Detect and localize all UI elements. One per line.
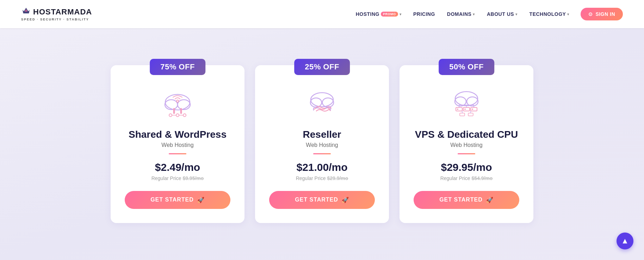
- card-divider-vps: [458, 153, 475, 154]
- discount-badge-vps: 50% OFF: [439, 59, 494, 75]
- site-header: HOSTARMADA SPEED · SECURITY · STABILITY …: [0, 0, 644, 28]
- card-divider-reseller: [313, 153, 331, 154]
- card-title-reseller: Reseller: [303, 129, 341, 141]
- card-price-vps: $29.95/mo: [441, 161, 492, 173]
- sign-in-button[interactable]: ⊙ SIGN IN: [581, 8, 623, 20]
- discount-badge-reseller: 25% OFF: [294, 59, 350, 75]
- nav-domains[interactable]: DOMAINS ▾: [443, 9, 479, 19]
- discount-badge-shared: 75% OFF: [150, 59, 205, 75]
- shared-hosting-icon: [156, 86, 199, 122]
- vps-hosting-icon: [445, 86, 488, 122]
- svg-rect-22: [463, 107, 470, 111]
- card-regular-price-shared: Regular Price $9.95/mo: [151, 175, 204, 181]
- nav-pricing[interactable]: PRICING: [409, 9, 439, 19]
- main-nav: HOSTING PROMO ▾ PRICING DOMAINS ▾ ABOUT …: [352, 8, 623, 20]
- chevron-down-icon: ▾: [567, 12, 569, 16]
- chevron-down-icon: ▾: [400, 12, 402, 16]
- svg-rect-21: [456, 107, 462, 111]
- get-started-button-vps[interactable]: GET STARTED 🚀: [414, 191, 519, 209]
- nav-technology[interactable]: TECHNOLOGY ▾: [525, 9, 574, 19]
- logo[interactable]: HOSTARMADA SPEED · SECURITY · STABILITY: [21, 7, 92, 21]
- logo-text: HOSTARMADA: [21, 7, 92, 17]
- card-vps: 50% OFF: [400, 65, 533, 223]
- card-regular-price-vps: Regular Price $54.9/mo: [440, 175, 493, 181]
- reseller-hosting-icon: [301, 86, 343, 122]
- svg-point-15: [311, 93, 333, 107]
- logo-tagline: SPEED · SECURITY · STABILITY: [21, 18, 89, 21]
- svg-point-28: [457, 109, 458, 110]
- sign-in-icon: ⊙: [588, 11, 593, 17]
- logo-brand: HOSTARMADA: [33, 7, 92, 17]
- svg-point-3: [165, 100, 178, 110]
- card-title-shared: Shared & WordPress: [129, 129, 227, 141]
- svg-rect-31: [460, 113, 465, 116]
- chevron-down-icon: ▾: [515, 12, 518, 16]
- get-started-button-shared[interactable]: GET STARTED 🚀: [125, 191, 230, 209]
- svg-point-30: [472, 109, 473, 110]
- card-price-shared: $2.49/mo: [155, 161, 200, 173]
- svg-rect-32: [468, 113, 473, 116]
- card-title-vps: VPS & Dedicated CPU: [415, 129, 518, 141]
- get-started-button-reseller[interactable]: GET STARTED 🚀: [269, 191, 375, 209]
- card-regular-price-reseller: Regular Price $29.9/mo: [296, 175, 348, 181]
- card-subtitle-shared: Web Hosting: [161, 142, 193, 148]
- svg-point-7: [177, 100, 179, 102]
- card-divider-shared: [169, 153, 186, 154]
- chevron-down-icon: ▾: [473, 12, 475, 16]
- svg-point-8: [169, 114, 172, 117]
- logo-icon: [21, 7, 31, 17]
- rocket-icon: 🚀: [486, 197, 494, 203]
- svg-point-10: [183, 114, 186, 117]
- scroll-to-top-button[interactable]: ▲: [617, 233, 633, 249]
- rocket-icon: 🚀: [342, 197, 349, 203]
- card-subtitle-reseller: Web Hosting: [306, 142, 338, 148]
- main-content: 75% OFF: [0, 28, 644, 260]
- card-price-reseller: $21.00/mo: [296, 161, 347, 173]
- promo-badge: PROMO: [381, 12, 398, 17]
- rocket-icon: 🚀: [197, 197, 205, 203]
- svg-rect-23: [471, 107, 477, 111]
- svg-point-29: [464, 109, 466, 110]
- card-shared-wordpress: 75% OFF: [111, 65, 244, 223]
- svg-point-4: [178, 100, 190, 110]
- nav-hosting[interactable]: HOSTING PROMO ▾: [352, 9, 405, 19]
- svg-point-9: [176, 114, 179, 117]
- card-subtitle-vps: Web Hosting: [450, 142, 482, 148]
- cards-container: 75% OFF: [93, 65, 551, 223]
- nav-about-us[interactable]: ABOUT US ▾: [483, 9, 522, 19]
- svg-point-18: [455, 92, 478, 106]
- card-reseller: 25% OFF Reseller Web Hosting: [255, 65, 389, 223]
